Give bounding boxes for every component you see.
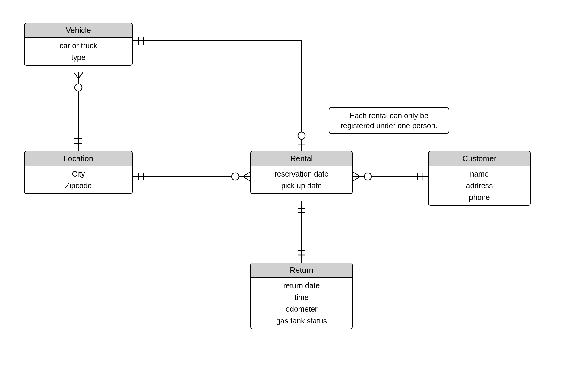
diagram-note: Each rental can only be registered under… [329, 107, 449, 134]
entity-vehicle: Vehicle car or truck type [24, 23, 133, 66]
svg-line-2 [78, 72, 83, 78]
entity-vehicle-body: car or truck type [25, 38, 132, 65]
entity-rental-header: Rental [251, 151, 352, 166]
svg-point-8 [298, 132, 305, 139]
svg-point-21 [364, 173, 371, 180]
note-line: Each rental can only be [349, 111, 428, 120]
svg-point-13 [232, 173, 239, 180]
svg-point-3 [75, 84, 82, 91]
entity-location: Location City Zipcode [24, 151, 133, 194]
svg-line-1 [74, 72, 78, 78]
svg-line-15 [243, 177, 250, 181]
entity-customer-attr: phone [429, 192, 530, 203]
entity-customer-attr: name [429, 168, 530, 180]
entity-return-body: return date time odometer gas tank statu… [251, 278, 352, 329]
entity-vehicle-attr: car or truck [25, 40, 132, 52]
entity-return-header: Return [251, 263, 352, 278]
svg-line-18 [353, 172, 360, 177]
entity-customer-attr: address [429, 180, 530, 192]
entity-rental-attr: reservation date [251, 168, 352, 180]
entity-rental-body: reservation date pick up date [251, 166, 352, 193]
entity-rental: Rental reservation date pick up date [250, 151, 353, 194]
entity-customer-body: name address phone [429, 166, 530, 205]
entity-location-attr: City [25, 168, 132, 180]
entity-return-attr: odometer [251, 303, 352, 315]
entity-rental-attr: pick up date [251, 180, 352, 192]
entity-location-body: City Zipcode [25, 166, 132, 193]
entity-customer-header: Customer [429, 151, 530, 166]
entity-customer: Customer name address phone [428, 151, 531, 206]
svg-line-19 [353, 177, 360, 181]
note-line: registered under one person. [340, 121, 437, 130]
svg-line-14 [243, 172, 250, 177]
entity-location-header: Location [25, 151, 132, 166]
entity-return-attr: time [251, 291, 352, 303]
entity-return-attr: gas tank status [251, 315, 352, 327]
entity-vehicle-header: Vehicle [25, 23, 132, 38]
entity-return-attr: return date [251, 280, 352, 291]
entity-location-attr: Zipcode [25, 180, 132, 192]
entity-return: Return return date time odometer gas tan… [250, 263, 353, 329]
entity-vehicle-attr: type [25, 52, 132, 63]
